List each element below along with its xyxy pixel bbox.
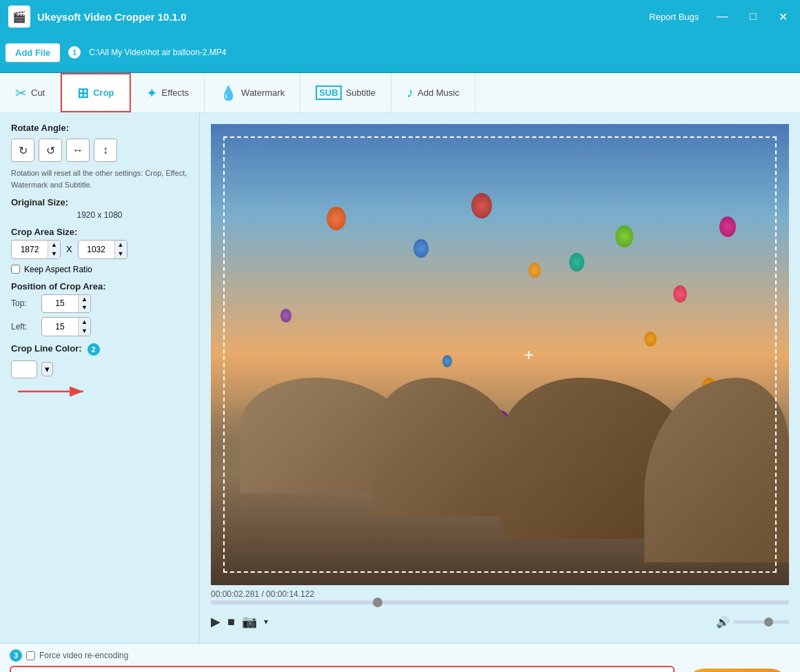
volume-bar[interactable] bbox=[734, 620, 789, 624]
left-input[interactable] bbox=[42, 319, 78, 334]
flip-h-button[interactable]: ↔ bbox=[66, 139, 90, 162]
balloons-scene bbox=[211, 124, 789, 585]
crop-x-separator: X bbox=[66, 244, 72, 254]
force-encoding-label: Force video re-encoding bbox=[39, 651, 128, 660]
tab-subtitle[interactable]: SUB Subtitle bbox=[300, 73, 391, 112]
crop-area-size-row: ▲ ▼ X ▲ ▼ bbox=[11, 240, 188, 259]
left-up[interactable]: ▲ bbox=[79, 318, 90, 327]
screenshot-dropdown[interactable]: ▾ bbox=[264, 617, 268, 627]
rotate-cw-button[interactable]: ↻ bbox=[11, 139, 34, 162]
watermark-icon: 💧 bbox=[220, 85, 237, 101]
top-spinbox[interactable]: ▲ ▼ bbox=[41, 294, 91, 314]
stop-button[interactable]: ■ bbox=[227, 615, 235, 629]
force-encoding-row: 3 Force video re-encoding bbox=[10, 649, 790, 662]
video-container: + bbox=[211, 124, 789, 585]
crop-height-btns: ▲ ▼ bbox=[114, 241, 127, 258]
left-btns: ▲ ▼ bbox=[78, 318, 90, 336]
top-pos-row: Top: ▲ ▼ bbox=[11, 294, 188, 314]
title-bar-right: Report Bugs — □ ✕ bbox=[649, 10, 792, 23]
video-background: + bbox=[211, 124, 789, 585]
top-up[interactable]: ▲ bbox=[79, 295, 90, 304]
tab-watermark-label: Watermark bbox=[241, 88, 285, 98]
crop-icon: ⊞ bbox=[77, 85, 89, 101]
left-down[interactable]: ▼ bbox=[79, 327, 90, 336]
start-button[interactable]: ↻ Start bbox=[684, 669, 790, 672]
add-file-button[interactable]: Add File bbox=[6, 43, 60, 62]
keep-aspect-label: Keep Aspect Ratio bbox=[24, 265, 92, 274]
seek-bar[interactable] bbox=[211, 600, 789, 604]
left-pos-row: Left: ▲ ▼ bbox=[11, 317, 188, 336]
rotate-controls: ↻ ↺ ↔ ↕ bbox=[11, 139, 188, 162]
left-label: Left: bbox=[11, 322, 36, 332]
crop-width-down[interactable]: ▼ bbox=[48, 250, 60, 258]
tab-add-music-label: Add Music bbox=[418, 88, 460, 98]
flip-v-button[interactable]: ↕ bbox=[94, 139, 117, 162]
video-area: + 00:00:02.281 / 00:00:14.122 ▶ ■ 📷 ▾ 🔊 bbox=[200, 113, 800, 643]
toolbar: Add File 1 C:\All My Video\hot air ballo… bbox=[0, 33, 800, 73]
file-path-display: C:\All My Video\hot air balloon-2.MP4 bbox=[89, 48, 794, 57]
time-display: 00:00:02.281 / 00:00:14.122 bbox=[211, 589, 789, 599]
crop-height-down[interactable]: ▼ bbox=[115, 250, 127, 258]
tab-effects[interactable]: ✦ Effects bbox=[131, 73, 205, 112]
top-btns: ▲ ▼ bbox=[78, 295, 90, 313]
crop-height-spinbox[interactable]: ▲ ▼ bbox=[78, 240, 127, 259]
seek-thumb[interactable] bbox=[373, 598, 382, 607]
crop-width-input[interactable] bbox=[12, 242, 48, 257]
cut-icon: ✂ bbox=[15, 85, 27, 101]
crop-area-size-label: Crop Area Size: bbox=[11, 227, 188, 237]
crop-width-spinbox[interactable]: ▲ ▼ bbox=[11, 240, 61, 259]
app-title: Ukeysoft Video Cropper 10.1.0 bbox=[37, 11, 186, 23]
step-3-badge: 3 bbox=[10, 649, 22, 662]
tab-bar: ✂ Cut ⊞ Crop ✦ Effects 💧 Watermark SUB S… bbox=[0, 73, 800, 113]
left-spinbox[interactable]: ▲ ▼ bbox=[41, 317, 91, 336]
effects-icon: ✦ bbox=[146, 85, 158, 101]
rotate-ccw-button[interactable]: ↺ bbox=[39, 139, 62, 162]
tab-cut-label: Cut bbox=[31, 88, 45, 98]
color-dropdown[interactable]: ▾ bbox=[41, 362, 53, 376]
force-encoding-checkbox[interactable] bbox=[26, 651, 35, 660]
volume-row: 🔊 bbox=[716, 615, 789, 629]
crop-height-up[interactable]: ▲ bbox=[115, 241, 127, 250]
tab-crop[interactable]: ⊞ Crop bbox=[61, 73, 130, 112]
rotation-note: Rotation will reset all the other settin… bbox=[11, 167, 188, 190]
tab-crop-label: Crop bbox=[93, 88, 114, 98]
screenshot-button[interactable]: 📷 bbox=[242, 614, 257, 629]
top-label: Top: bbox=[11, 298, 36, 308]
restore-button[interactable]: □ bbox=[746, 10, 761, 23]
annotation-badge-2: 2 bbox=[88, 343, 100, 356]
position-section: Position of Crop Area: Top: ▲ ▼ Left: ▲ bbox=[11, 281, 188, 336]
left-panel: Rotate Angle: ↻ ↺ ↔ ↕ Rotation will rese… bbox=[0, 113, 200, 643]
crop-height-input[interactable] bbox=[79, 242, 114, 257]
original-size-value: 1920 x 1080 bbox=[11, 210, 188, 220]
main-layout: Rotate Angle: ↻ ↺ ↔ ↕ Rotation will rese… bbox=[0, 113, 800, 643]
bottom-bar: 3 Force video re-encoding Output Format:… bbox=[0, 643, 800, 672]
title-bar: 🎬 Ukeysoft Video Cropper 10.1.0 Report B… bbox=[0, 0, 800, 33]
keep-aspect-checkbox[interactable] bbox=[11, 265, 20, 274]
add-music-icon: ♪ bbox=[407, 85, 413, 101]
crosshair: + bbox=[524, 345, 533, 365]
volume-thumb[interactable] bbox=[764, 618, 773, 627]
playback-controls: ▶ ■ 📷 ▾ 🔊 bbox=[211, 611, 789, 632]
keep-aspect-ratio-row: Keep Aspect Ratio bbox=[11, 265, 188, 274]
play-button[interactable]: ▶ bbox=[211, 614, 220, 629]
annotation-arrow-container bbox=[11, 381, 188, 404]
step-1-badge: 1 bbox=[68, 46, 81, 59]
app-logo: 🎬 bbox=[8, 6, 30, 28]
tab-watermark[interactable]: 💧 Watermark bbox=[205, 73, 300, 112]
close-button[interactable]: ✕ bbox=[775, 10, 792, 23]
report-bugs-link[interactable]: Report Bugs bbox=[649, 12, 699, 22]
crop-width-up[interactable]: ▲ bbox=[48, 241, 60, 250]
crop-line-color-label: Crop Line Color: bbox=[11, 343, 82, 354]
color-swatch[interactable] bbox=[11, 360, 37, 378]
crop-width-btns: ▲ ▼ bbox=[48, 241, 60, 258]
color-row: ▾ bbox=[11, 360, 188, 378]
top-input[interactable] bbox=[42, 296, 78, 311]
minimize-button[interactable]: — bbox=[712, 10, 732, 23]
output-format-section: Output Format: Keep Original Video Forma… bbox=[10, 666, 675, 672]
top-down[interactable]: ▼ bbox=[79, 303, 90, 312]
title-bar-left: 🎬 Ukeysoft Video Cropper 10.1.0 bbox=[8, 6, 186, 28]
tab-cut[interactable]: ✂ Cut bbox=[0, 73, 61, 112]
crop-line-section: Crop Line Color: 2 ▾ bbox=[11, 343, 188, 378]
subtitle-icon: SUB bbox=[316, 85, 341, 100]
tab-add-music[interactable]: ♪ Add Music bbox=[391, 73, 475, 112]
